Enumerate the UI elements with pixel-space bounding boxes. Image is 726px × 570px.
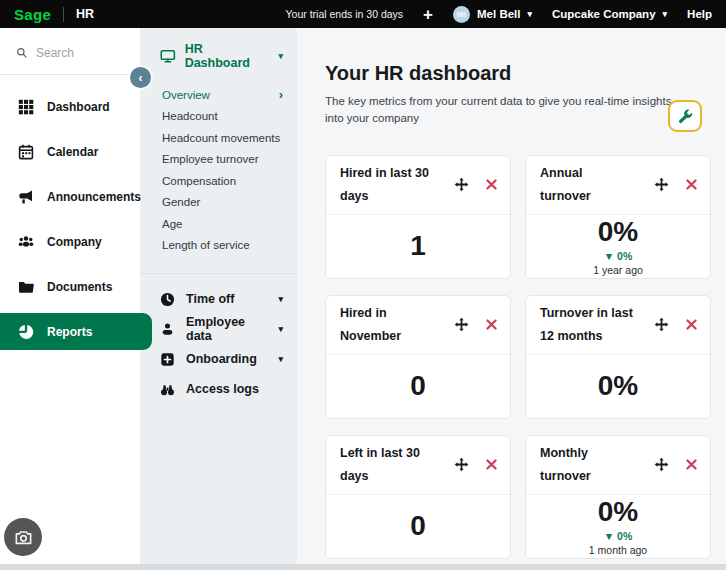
person-icon — [160, 322, 175, 337]
sidebar-item-reports[interactable]: Reports — [0, 313, 152, 350]
widget-title: Annual turnover — [540, 162, 636, 208]
nav-item-compensation[interactable]: Compensation — [162, 170, 283, 192]
reports-sidebar: HR Dashboard ▾ Overview › Headcount Head… — [140, 28, 297, 570]
move-icon[interactable] — [654, 457, 669, 472]
clock-icon — [160, 292, 175, 307]
sidebar-item-announcements[interactable]: Announcements — [0, 174, 140, 219]
top-bar: Sage HR Your trial ends in 30 days + MB … — [0, 0, 726, 28]
sidebar-item-dashboard[interactable]: Dashboard — [0, 84, 140, 129]
section-label: Time off — [186, 292, 234, 306]
search-input[interactable] — [36, 46, 128, 60]
widget-hired-in-month: Hired in November 0 — [325, 295, 511, 419]
close-icon[interactable] — [485, 318, 498, 331]
monitor-icon — [160, 48, 176, 64]
chevron-down-icon: ▾ — [278, 295, 283, 304]
sidebar-item-label: Reports — [47, 325, 92, 339]
widget-title: Hired in last 30 days — [340, 162, 436, 208]
widget-value: 0% — [598, 497, 638, 528]
trial-banner: Your trial ends in 30 days — [286, 8, 404, 20]
close-icon[interactable] — [685, 318, 698, 331]
sidebar-item-documents[interactable]: Documents — [0, 264, 140, 309]
nav-item-headcount[interactable]: Headcount — [162, 106, 283, 128]
widget-title: Monthly turnover — [540, 442, 636, 488]
section-hr-dashboard[interactable]: HR Dashboard ▾ — [140, 34, 297, 78]
nav-item-age[interactable]: Age — [162, 213, 283, 235]
nav-item-employee-turnover[interactable]: Employee turnover — [162, 149, 283, 171]
screenshot-overlay-badge[interactable] — [4, 518, 42, 556]
chevron-down-icon: ▾ — [663, 10, 668, 19]
widget-period: 1 year ago — [593, 264, 643, 276]
nav-item-overview[interactable]: Overview › — [162, 84, 283, 106]
section-onboarding[interactable]: Onboarding ▾ — [140, 344, 297, 374]
widget-title: Left in last 30 days — [340, 442, 436, 488]
window-bottom-edge — [0, 564, 726, 570]
section-access-logs[interactable]: Access logs — [140, 374, 297, 404]
close-icon[interactable] — [685, 178, 698, 191]
user-menu[interactable]: MB Mel Bell ▾ — [453, 6, 532, 23]
sidebar-item-label: Documents — [47, 280, 112, 294]
chevron-down-icon: ▾ — [278, 355, 283, 364]
widget-delta: ▼ 0% — [604, 250, 633, 262]
sidebar-item-calendar[interactable]: Calendar — [0, 129, 140, 174]
app-window: Sage HR Your trial ends in 30 days + MB … — [0, 0, 726, 570]
widget-delta: ▼ 0% — [604, 530, 633, 542]
widget-monthly-turnover: Monthly turnover 0% ▼ 0% 1 month ago — [525, 435, 711, 559]
sage-logo[interactable]: Sage — [14, 6, 51, 23]
widget-title: Turnover in last 12 months — [540, 302, 636, 348]
search-bar[interactable] — [0, 28, 140, 74]
move-icon[interactable] — [454, 177, 469, 192]
collapse-sidebar-button[interactable]: ‹ — [130, 67, 151, 88]
calendar-icon — [18, 144, 34, 160]
binoculars-icon — [160, 382, 175, 397]
section-employee-data[interactable]: Employee data ▾ — [140, 314, 297, 344]
main-content: Your HR dashboard The key metrics from y… — [297, 28, 726, 570]
user-name: Mel Bell — [477, 8, 520, 20]
section-label: Employee data — [186, 315, 267, 343]
page-title: Your HR dashboard — [325, 62, 726, 85]
chevron-down-icon: ▾ — [527, 10, 532, 19]
primary-sidebar: Dashboard Calendar Announcements Company… — [0, 28, 140, 570]
move-icon[interactable] — [454, 317, 469, 332]
widget-value: 0 — [410, 371, 426, 402]
sidebar-item-company[interactable]: Company — [0, 219, 140, 264]
help-link[interactable]: Help — [687, 8, 712, 20]
section-label: Access logs — [186, 382, 259, 396]
wrench-icon — [678, 109, 693, 124]
chevron-right-icon: › — [279, 87, 283, 102]
move-icon[interactable] — [454, 457, 469, 472]
section-label: Onboarding — [186, 352, 257, 366]
widget-left-last-30-days: Left in last 30 days 0 — [325, 435, 511, 559]
section-time-off[interactable]: Time off ▾ — [140, 284, 297, 314]
dashboard-widgets: Hired in last 30 days 1 Annual — [325, 155, 726, 559]
widget-value: 0% — [598, 217, 638, 248]
nav-item-gender[interactable]: Gender — [162, 192, 283, 214]
sidebar-item-label: Announcements — [47, 190, 141, 204]
company-menu[interactable]: Cupcake Company ▾ — [552, 8, 667, 20]
product-name: HR — [76, 7, 94, 21]
widget-annual-turnover: Annual turnover 0% ▼ 0% 1 year ago — [525, 155, 711, 279]
widget-turnover-12-months: Turnover in last 12 months 0% — [525, 295, 711, 419]
move-icon[interactable] — [654, 317, 669, 332]
topbar-divider — [63, 7, 64, 22]
search-icon — [16, 45, 27, 60]
nav-item-length-of-service[interactable]: Length of service — [162, 235, 283, 257]
widget-title: Hired in November — [340, 302, 436, 348]
close-icon[interactable] — [485, 178, 498, 191]
add-icon[interactable]: + — [423, 6, 433, 23]
section-label: HR Dashboard — [185, 42, 270, 70]
widget-hired-last-30-days: Hired in last 30 days 1 — [325, 155, 511, 279]
camera-icon — [14, 528, 33, 547]
widget-value: 1 — [410, 231, 426, 262]
pie-chart-icon — [18, 324, 34, 340]
customize-dashboard-button[interactable] — [668, 100, 702, 132]
avatar: MB — [453, 6, 470, 23]
widget-period: 1 month ago — [589, 544, 647, 556]
chevron-left-icon: ‹ — [139, 71, 143, 85]
chevron-down-icon: ▾ — [278, 325, 283, 334]
nav-item-headcount-movements[interactable]: Headcount movements — [162, 127, 283, 149]
widget-value: 0 — [410, 511, 426, 542]
close-icon[interactable] — [685, 458, 698, 471]
megaphone-icon — [18, 189, 34, 205]
close-icon[interactable] — [485, 458, 498, 471]
move-icon[interactable] — [654, 177, 669, 192]
